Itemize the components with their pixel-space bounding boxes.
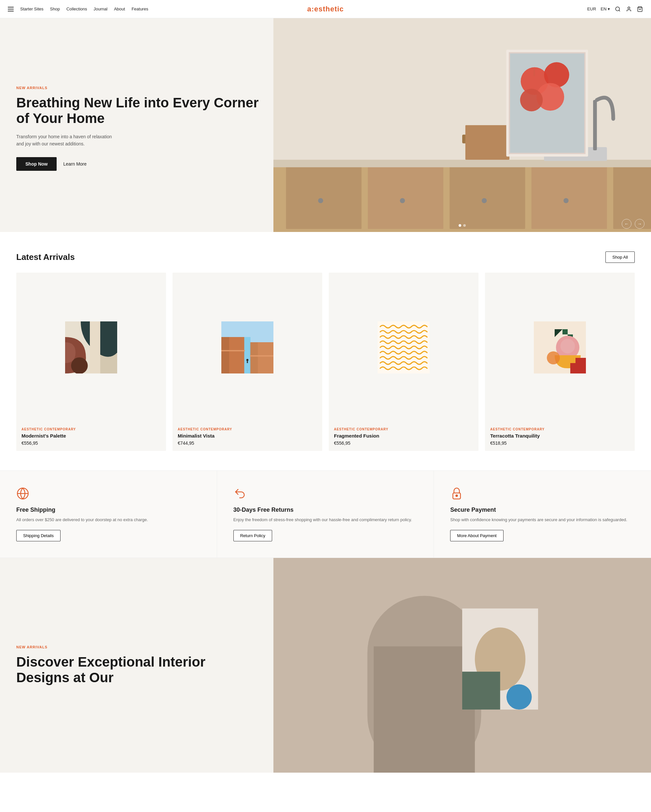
shipping-details-button[interactable]: Shipping Details	[16, 530, 61, 541]
svg-rect-16	[593, 100, 597, 150]
nav-link-collections[interactable]: Collections	[66, 6, 87, 11]
product-name-1: Modernist's Palette	[21, 433, 161, 438]
hero-image: ← →	[274, 18, 651, 232]
search-icon[interactable]	[614, 6, 621, 12]
nav-link-journal[interactable]: Journal	[94, 6, 108, 11]
svg-point-61	[456, 495, 458, 496]
nav-left: Starter Sites Shop Collections Journal A…	[8, 6, 148, 11]
shop-now-button[interactable]: Shop Now	[16, 157, 57, 171]
svg-rect-44	[247, 361, 248, 363]
product-price-4: €518,95	[490, 441, 630, 446]
svg-point-14	[564, 198, 568, 203]
hero2-image-placeholder	[274, 558, 651, 772]
features-grid: Free Shipping All orders over $250 are d…	[0, 471, 651, 558]
svg-point-0	[616, 7, 619, 11]
svg-rect-48	[250, 355, 274, 357]
products-grid: AESTHETIC CONTEMPORARY Modernist's Palet…	[16, 273, 635, 451]
hero2-title: Discover Exceptional Interior Designs at…	[16, 654, 260, 686]
hero-section: NEW ARRIVALS Breathing New Life into Eve…	[0, 18, 651, 232]
svg-rect-64	[374, 646, 475, 772]
hero-next-arrow[interactable]: →	[635, 219, 645, 229]
product-info-3: AESTHETIC CONTEMPORARY Fragmented Fusion…	[329, 422, 478, 451]
product-card-3[interactable]: AESTHETIC CONTEMPORARY Fragmented Fusion…	[329, 273, 478, 451]
product-price-3: €556,95	[334, 441, 473, 446]
features-section: Free Shipping All orders over $250 are d…	[0, 470, 651, 558]
feature-shipping-desc: All orders over $250 are delivered to yo…	[16, 517, 200, 524]
feature-payment-desc: Shop with confidence knowing your paymen…	[450, 517, 635, 524]
product-name-3: Fragmented Fusion	[334, 433, 473, 438]
hero-dot-2[interactable]	[463, 224, 466, 227]
hero-arrows: ← →	[622, 219, 645, 229]
hero-image-placeholder	[274, 18, 651, 232]
currency-selector[interactable]: EUR	[587, 6, 596, 11]
hero-description: Transform your home into a haven of rela…	[16, 133, 114, 148]
learn-more-button[interactable]: Learn More	[63, 161, 87, 166]
hero-dot-1[interactable]	[458, 224, 461, 227]
product-image-2	[173, 273, 322, 422]
svg-rect-47	[222, 350, 245, 351]
svg-marker-55	[570, 363, 586, 374]
hero-dots	[458, 224, 466, 227]
hero2-tag: NEW ARRIVALS	[16, 645, 260, 649]
cart-icon[interactable]	[637, 6, 643, 12]
svg-rect-67	[462, 672, 500, 710]
hero2-section: NEW ARRIVALS Discover Exceptional Interi…	[0, 558, 651, 772]
product-info-2: AESTHETIC CONTEMPORARY Minimalist Vista …	[173, 422, 322, 451]
hero-prev-arrow[interactable]: ←	[622, 219, 631, 229]
product-card-2[interactable]: AESTHETIC CONTEMPORARY Minimalist Vista …	[173, 273, 322, 451]
main-nav: Starter Sites Shop Collections Journal A…	[0, 0, 651, 18]
svg-point-37	[71, 357, 87, 374]
product-image-1	[16, 273, 166, 422]
nav-link-starter-sites[interactable]: Starter Sites	[20, 6, 44, 11]
hero-title: Breathing New Life into Every Corner of …	[16, 95, 260, 127]
product-card-1[interactable]: AESTHETIC CONTEMPORARY Modernist's Palet…	[16, 273, 166, 451]
globe-icon	[16, 487, 29, 500]
feature-payment-title: Secure Payment	[450, 507, 635, 513]
product-image-3	[329, 273, 478, 422]
product-info-4: AESTHETIC CONTEMPORARY Terracotta Tranqu…	[485, 422, 635, 451]
hero2-content: NEW ARRIVALS Discover Exceptional Interi…	[0, 558, 274, 772]
product-name-2: Minimalist Vista	[178, 433, 317, 438]
payment-info-button[interactable]: More About Payment	[450, 530, 503, 541]
svg-rect-5	[286, 166, 362, 229]
svg-point-68	[506, 684, 532, 710]
product-card-4[interactable]: AESTHETIC CONTEMPORARY Terracotta Tranqu…	[485, 273, 635, 451]
svg-rect-7	[449, 166, 525, 229]
hero-buttons: Shop Now Learn More	[16, 157, 260, 171]
nav-link-about[interactable]: About	[114, 6, 125, 11]
feature-shipping-title: Free Shipping	[16, 507, 200, 513]
svg-point-1	[628, 7, 630, 9]
nav-link-features[interactable]: Features	[131, 6, 148, 11]
feature-returns-desc: Enjoy the freedom of stress-free shoppin…	[233, 517, 418, 524]
return-policy-button[interactable]: Return Policy	[233, 530, 272, 541]
svg-point-11	[318, 198, 323, 203]
product-info-1: AESTHETIC CONTEMPORARY Modernist's Palet…	[16, 422, 166, 451]
svg-point-43	[246, 359, 248, 361]
nav-right: EUR EN ▾	[587, 6, 643, 12]
nav-link-shop[interactable]: Shop	[50, 6, 60, 11]
site-logo[interactable]: a:esthetic	[307, 5, 344, 13]
hero-tag: NEW ARRIVALS	[16, 86, 260, 90]
feature-payment: Secure Payment Shop with confidence know…	[434, 471, 651, 558]
feature-shipping: Free Shipping All orders over $250 are d…	[0, 471, 217, 558]
latest-arrivals-section: Latest Arrivals Shop All	[0, 232, 651, 470]
hero-content: NEW ARRIVALS Breathing New Life into Eve…	[0, 18, 274, 232]
product-category-3: AESTHETIC CONTEMPORARY	[334, 427, 473, 431]
hamburger-menu[interactable]	[8, 7, 14, 11]
svg-rect-6	[368, 166, 443, 229]
product-image-4	[485, 273, 635, 422]
hero2-image	[274, 558, 651, 772]
section-header: Latest Arrivals Shop All	[16, 252, 635, 263]
return-icon	[233, 487, 246, 500]
svg-rect-42	[244, 337, 250, 374]
language-selector[interactable]: EN ▾	[601, 6, 610, 11]
svg-rect-36	[90, 321, 100, 374]
section-title: Latest Arrivals	[16, 252, 75, 262]
shop-all-button[interactable]: Shop All	[605, 252, 635, 263]
account-icon[interactable]	[626, 6, 632, 12]
product-category-4: AESTHETIC CONTEMPORARY	[490, 427, 630, 431]
svg-point-57	[561, 339, 575, 354]
product-name-4: Terracotta Tranquility	[490, 433, 630, 438]
feature-returns: 30-Days Free Returns Enjoy the freedom o…	[217, 471, 434, 558]
product-price-2: €744,95	[178, 441, 317, 446]
